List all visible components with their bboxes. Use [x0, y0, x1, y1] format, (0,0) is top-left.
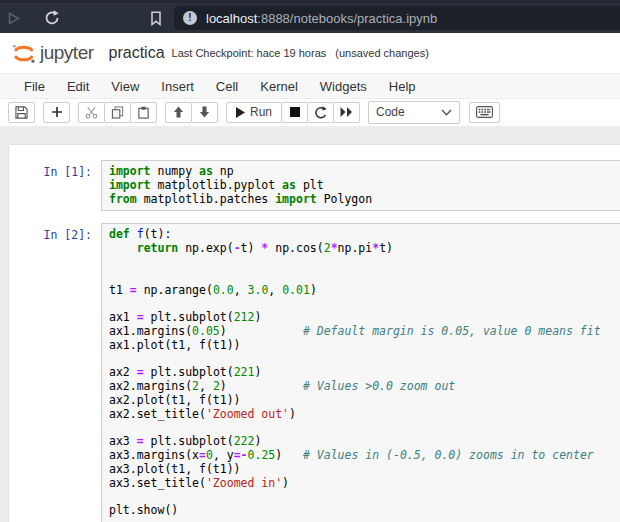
command-palette-button[interactable]	[469, 102, 500, 123]
checkpoint-status: Last Checkpoint: hace 19 horas	[172, 47, 327, 59]
notebook-title[interactable]: practica	[109, 44, 165, 62]
run-cell-button[interactable]: Run	[226, 102, 282, 123]
cell-input-prompt: In [2]:	[9, 223, 101, 522]
restart-kernel-icon	[314, 106, 327, 119]
menu-item-file[interactable]: File	[24, 79, 45, 94]
menu-item-insert[interactable]: Insert	[161, 79, 194, 94]
copy-cell-button[interactable]	[104, 102, 131, 123]
notebook-container: In [1]:import numpy as npimport matplotl…	[8, 144, 620, 522]
site-info-icon[interactable]: !	[183, 11, 197, 25]
run-icon	[236, 107, 245, 118]
url-host: localhost	[206, 11, 257, 26]
menu-item-cell[interactable]: Cell	[216, 79, 238, 94]
interrupt-kernel-button[interactable]	[281, 102, 308, 123]
menu-item-edit[interactable]: Edit	[67, 79, 89, 94]
cell-type-select[interactable]: Code	[368, 101, 460, 124]
jupyter-logo[interactable]: jupyter	[10, 40, 94, 67]
address-bar[interactable]: ! localhost:8888/notebooks/practica.ipyn…	[174, 6, 620, 30]
restart-run-all-button[interactable]	[333, 102, 360, 123]
cut-cell-button[interactable]	[78, 102, 105, 123]
bookmark-icon[interactable]	[150, 11, 162, 26]
cell-list: In [1]:import numpy as npimport matplotl…	[9, 160, 620, 522]
menu-items: FileEditViewInsertCellKernelWidgetsHelp	[24, 79, 438, 94]
notebook-page-background: In [1]:import numpy as npimport matplotl…	[0, 126, 620, 522]
notebook-header: jupyter practica Last Checkpoint: hace 1…	[0, 33, 620, 74]
url-path: :8888/notebooks/practica.ipynb	[257, 11, 437, 26]
cell-input-prompt: In [1]:	[9, 160, 101, 211]
browser-chrome: ! localhost:8888/notebooks/practica.ipyn…	[0, 0, 620, 33]
copy-icon	[111, 106, 124, 119]
jupyter-logo-text: jupyter	[40, 42, 94, 64]
info-glyph: !	[188, 12, 191, 23]
save-button[interactable]	[8, 102, 35, 123]
toolbar: Run Code	[0, 99, 620, 125]
menu-item-widgets[interactable]: Widgets	[320, 79, 367, 94]
cell-type-value: Code	[376, 105, 405, 119]
menu-item-kernel[interactable]: Kernel	[260, 79, 298, 94]
move-up-icon	[173, 106, 184, 118]
move-cell-down-button[interactable]	[191, 102, 218, 123]
code-cell-1: In [1]:import numpy as npimport matplotl…	[9, 160, 620, 211]
browser-reload-icon[interactable]	[44, 10, 60, 26]
menu-item-help[interactable]: Help	[389, 79, 416, 94]
move-cell-up-button[interactable]	[165, 102, 192, 123]
run-button-label: Run	[250, 105, 272, 119]
cell-code-editor[interactable]: def f(t): return np.exp(-t) * np.cos(2*n…	[101, 223, 620, 522]
cut-icon	[85, 106, 98, 119]
paste-icon	[137, 106, 150, 119]
paste-cell-button[interactable]	[130, 102, 157, 123]
unsaved-changes-badge: (unsaved changes)	[335, 47, 429, 59]
add-cell-button[interactable]	[43, 102, 70, 123]
menu-item-view[interactable]: View	[111, 79, 139, 94]
chevron-down-icon	[441, 109, 452, 116]
move-down-icon	[199, 106, 210, 118]
browser-forward-icon[interactable]	[8, 12, 20, 25]
add-cell-icon	[51, 106, 63, 118]
restart-run-all-icon	[340, 107, 353, 117]
code-cell-2: In [2]:def f(t): return np.exp(-t) * np.…	[9, 223, 620, 522]
cell-code-editor[interactable]: import numpy as npimport matplotlib.pypl…	[101, 160, 620, 211]
stop-icon	[290, 107, 300, 117]
jupyter-logo-icon	[10, 40, 37, 67]
restart-kernel-button[interactable]	[307, 102, 334, 123]
menu-bar: FileEditViewInsertCellKernelWidgetsHelp	[0, 74, 620, 99]
keyboard-icon	[476, 106, 493, 118]
url-text: localhost:8888/notebooks/practica.ipynb	[206, 11, 437, 26]
save-icon	[15, 106, 28, 119]
